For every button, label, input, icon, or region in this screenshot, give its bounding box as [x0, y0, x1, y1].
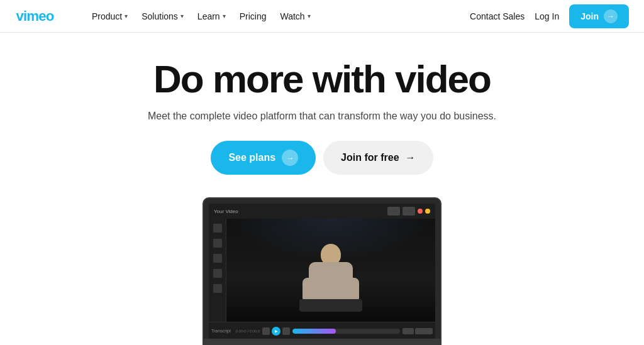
- join-button[interactable]: Join →: [569, 4, 629, 28]
- timeline-progress-bar[interactable]: [292, 329, 400, 334]
- hero-cta-group: See plans → Join for free →: [211, 141, 433, 175]
- hero-title: Do more with video: [153, 58, 491, 101]
- hero-subtitle: Meet the complete video platform that ca…: [148, 111, 496, 122]
- contact-sales-link[interactable]: Contact Sales: [470, 11, 525, 21]
- editor-main-area: [209, 219, 435, 322]
- nav-item-product[interactable]: Product ▾: [86, 8, 134, 25]
- laptop-screen-inner: Your Video: [209, 204, 435, 339]
- editor-top-bar: Your Video: [209, 204, 435, 219]
- vimeo-logo-svg: vimeo: [15, 9, 65, 24]
- login-link[interactable]: Log In: [535, 11, 559, 21]
- tool-cursor[interactable]: [213, 224, 222, 233]
- nav-item-watch[interactable]: Watch ▾: [274, 8, 316, 25]
- join-free-button[interactable]: Join for free →: [323, 141, 433, 175]
- laptop-screen-outer: Your Video: [203, 197, 441, 340]
- next-frame-btn[interactable]: [282, 327, 290, 335]
- editor-title: Your Video: [214, 209, 238, 214]
- nav-item-learn[interactable]: Learn ▾: [191, 8, 232, 25]
- timeline-label: Transcript: [211, 329, 231, 333]
- minimize-window-btn[interactable]: [425, 209, 430, 214]
- editor-sidebar: [209, 219, 226, 322]
- nav-links: Product ▾ Solutions ▾ Learn ▾ Pricing Wa…: [86, 8, 470, 25]
- nav-right: Contact Sales Log In Join →: [470, 4, 629, 28]
- laptop-base: [203, 340, 441, 345]
- tool-text[interactable]: [213, 239, 222, 248]
- editor-video-preview: [226, 219, 435, 322]
- chevron-down-icon: ▾: [223, 13, 226, 19]
- hero-section: Do more with video Meet the complete vid…: [0, 33, 644, 345]
- person-body: [309, 262, 353, 300]
- logo[interactable]: vimeo: [15, 9, 65, 24]
- timeline-progress-fill: [292, 329, 335, 334]
- zoom-control[interactable]: [415, 328, 433, 334]
- laptop-mockup: Your Video: [203, 197, 441, 345]
- nav-item-solutions[interactable]: Solutions ▾: [135, 8, 190, 25]
- nav-item-pricing[interactable]: Pricing: [233, 8, 273, 25]
- timeline-right-controls: [402, 328, 433, 334]
- chevron-down-icon: ▾: [308, 13, 311, 19]
- timeline-time: 0:00:0 / 0:00:0: [236, 329, 260, 333]
- tool-filter[interactable]: [213, 284, 222, 293]
- svg-text:vimeo: vimeo: [16, 9, 53, 24]
- timeline-playback-controls: ▶: [262, 327, 290, 336]
- editor-window-controls: [387, 207, 430, 216]
- tool-media[interactable]: [213, 269, 222, 278]
- person-desk: [299, 299, 362, 312]
- video-scene: [226, 219, 435, 322]
- tool-shape[interactable]: [213, 254, 222, 263]
- close-window-btn[interactable]: [418, 209, 423, 214]
- arrow-right-icon: →: [282, 150, 298, 166]
- volume-btn[interactable]: [402, 328, 414, 334]
- prev-frame-btn[interactable]: [262, 327, 270, 335]
- arrow-right-icon: →: [406, 152, 416, 163]
- see-plans-button[interactable]: See plans →: [211, 141, 316, 175]
- chevron-down-icon: ▾: [180, 13, 184, 19]
- arrow-right-icon: →: [604, 9, 618, 23]
- navbar: vimeo Product ▾ Solutions ▾ Learn ▾ Pric…: [0, 0, 644, 33]
- chevron-down-icon: ▾: [125, 13, 128, 19]
- editor-timeline: Transcript 0:00:0 / 0:00:0 ▶: [209, 322, 435, 339]
- play-button[interactable]: ▶: [272, 327, 280, 336]
- laptop-body: Your Video: [203, 197, 441, 345]
